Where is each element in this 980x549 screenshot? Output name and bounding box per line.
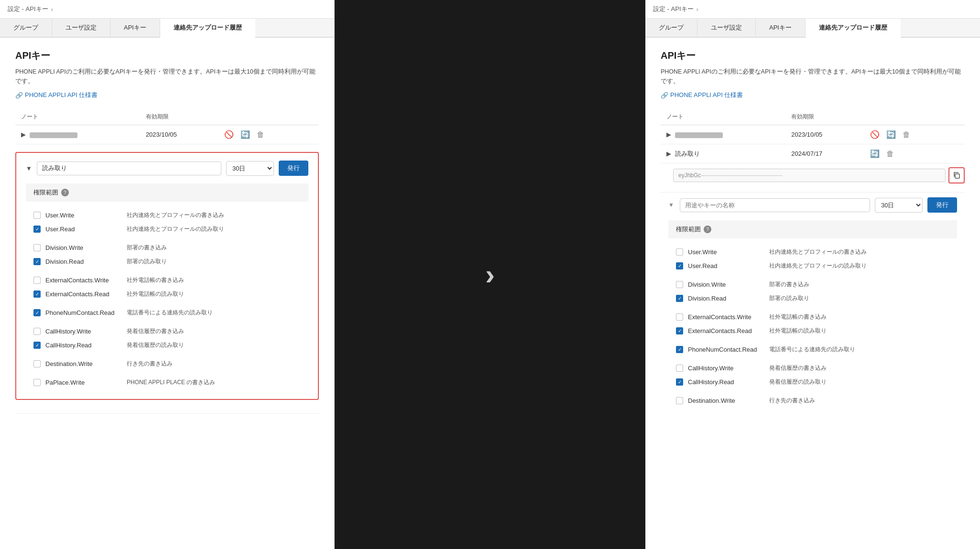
tab-user-settings-right[interactable]: ユーザ設定 xyxy=(697,19,756,37)
checkbox-user-read-left[interactable]: ✓ xyxy=(33,226,41,233)
api-spec-link-left[interactable]: 🔗 PHONE APPLI API 仕様書 xyxy=(15,91,319,99)
checkbox-destination-write-left[interactable] xyxy=(33,360,41,367)
table-row: ▶ 2023/10/05 🚫 🔄 🗑 xyxy=(661,125,965,144)
checkbox-ext-write-left[interactable] xyxy=(33,277,41,284)
list-item: ✓ Division.Read 部署の読み取り xyxy=(26,255,308,269)
refresh-icon-right-2[interactable]: 🔄 xyxy=(870,149,880,158)
tab-group-left[interactable]: グループ xyxy=(0,19,52,37)
api-key-input[interactable] xyxy=(673,169,946,182)
permission-list-right: User.Write 社内連絡先とプロフィールの書き込み ✓ User.Read… xyxy=(668,243,957,409)
list-item: ✓ ExternalContacts.Read 社外電話帳の読み取り xyxy=(668,324,957,338)
ban-icon-right-1[interactable]: 🚫 xyxy=(870,130,880,139)
tab-user-settings-left[interactable]: ユーザ設定 xyxy=(52,19,110,37)
checkbox-user-write-left[interactable] xyxy=(33,212,41,219)
list-item: ExternalContacts.Write 社外電話帳の書き込み xyxy=(26,273,308,287)
form-row-right: ▼ 30日 60日 90日 無期限 発行 xyxy=(668,197,957,213)
breadcrumb-right: 設定 - APIキー › xyxy=(645,0,980,19)
page-title-right: APIキー xyxy=(661,49,965,62)
tab-api-key-left[interactable]: APIキー xyxy=(110,19,160,37)
row-toggle-right-1[interactable]: ▶ xyxy=(666,131,671,138)
tabs-right: グループ ユーザ設定 APIキー 連絡先アップロード履歴 xyxy=(645,19,980,38)
checkbox-ext-read-right[interactable]: ✓ xyxy=(676,327,683,334)
checkbox-ext-read-left[interactable]: ✓ xyxy=(33,291,41,298)
page-title-left: APIキー xyxy=(15,49,319,62)
row-note-right-2: 読み取り xyxy=(675,150,700,157)
expiry-select-right[interactable]: 30日 60日 90日 無期限 xyxy=(875,198,923,213)
list-item: User.Write 社内連絡先とプロフィールの書き込み xyxy=(668,245,957,259)
row-toggle-right-2[interactable]: ▶ xyxy=(666,150,671,157)
checkbox-callhist-write-left[interactable] xyxy=(33,328,41,335)
scope-label-right: 権限範囲 xyxy=(676,225,701,234)
expiry-right-2: 2024/07/17 xyxy=(785,144,864,163)
right-panel: 設定 - APIキー › グループ ユーザ設定 APIキー 連絡先アップロード履… xyxy=(645,0,980,549)
checkbox-division-read-left[interactable]: ✓ xyxy=(33,258,41,265)
copy-button[interactable] xyxy=(948,167,965,183)
key-name-input-left[interactable] xyxy=(37,161,221,175)
blurred-note-left-1 xyxy=(30,132,77,138)
issue-button-right[interactable]: 発行 xyxy=(927,197,957,213)
list-item: ExternalContacts.Write 社外電話帳の書き込み xyxy=(668,310,957,324)
checkbox-division-write-right[interactable] xyxy=(676,281,683,288)
table-row: ▶ 2023/10/05 🚫 🔄 🗑 xyxy=(15,125,319,144)
checkbox-destination-write-right[interactable] xyxy=(676,397,683,404)
api-key-display-row xyxy=(661,163,965,193)
checkbox-ext-write-right[interactable] xyxy=(676,313,683,321)
expiry-left-1: 2023/10/05 xyxy=(140,125,218,144)
help-icon-left[interactable]: ? xyxy=(61,189,69,196)
key-name-input-right[interactable] xyxy=(680,198,870,212)
checkbox-phonenum-right[interactable]: ✓ xyxy=(676,346,683,353)
checkbox-user-write-right[interactable] xyxy=(676,248,683,256)
tab-api-key-right[interactable]: APIキー xyxy=(756,19,806,37)
checkbox-division-read-right[interactable]: ✓ xyxy=(676,295,683,302)
list-item: Division.Write 部署の書き込み xyxy=(668,278,957,291)
permission-list-left: User.Write 社内連絡先とプロフィールの書き込み ✓ User.Read… xyxy=(26,206,308,391)
blurred-note-right-1 xyxy=(675,132,723,138)
list-item: ✓ PhoneNumContact.Read 電話番号による連絡先の読み取り xyxy=(26,306,308,320)
row-toggle-left-1[interactable]: ▶ xyxy=(21,131,26,138)
refresh-icon-left-1[interactable]: 🔄 xyxy=(240,130,250,139)
expand-toggle-right[interactable]: ▼ xyxy=(668,202,675,208)
checkbox-callhist-read-right[interactable]: ✓ xyxy=(676,378,683,386)
breadcrumb-arrow-right: › xyxy=(697,6,698,13)
api-spec-link-right[interactable]: 🔗 PHONE APPLI API 仕様書 xyxy=(661,91,965,99)
tabs-left: グループ ユーザ設定 APIキー 連絡先アップロード履歴 xyxy=(0,19,334,38)
delete-icon-right-1[interactable]: 🗑 xyxy=(903,130,910,139)
scope-label-left: 権限範囲 xyxy=(33,188,58,197)
list-item: PaPlace.Write PHONE APPLI PLACE の書き込み xyxy=(26,376,308,389)
page-desc-right: PHONE APPLI APIのご利用に必要なAPIキーを発行・管理できます。A… xyxy=(661,67,965,86)
delete-icon-right-2[interactable]: 🗑 xyxy=(886,150,894,158)
issue-button-left[interactable]: 発行 xyxy=(279,161,308,176)
help-icon-right[interactable]: ? xyxy=(704,226,711,233)
ban-icon-left-1[interactable]: 🚫 xyxy=(224,130,234,139)
tab-upload-history-right[interactable]: 連絡先アップロード履歴 xyxy=(806,19,901,38)
checkbox-paplace-write-left[interactable] xyxy=(33,379,41,386)
external-link-icon-left: 🔗 xyxy=(15,92,23,99)
checkbox-callhist-read-left[interactable]: ✓ xyxy=(33,342,41,349)
scope-section-right: 権限範囲 ? xyxy=(668,220,957,238)
col-expiry-left: 有効期限 xyxy=(140,109,218,125)
expanded-row-left: ▼ 30日 60日 90日 無期限 発行 xyxy=(15,144,319,414)
expand-toggle-left[interactable]: ▼ xyxy=(26,165,32,172)
breadcrumb-arrow: › xyxy=(51,6,53,13)
api-table-right: ノート 有効期限 ▶ 2023/10/05 🚫 🔄 xyxy=(661,109,965,417)
svg-rect-0 xyxy=(955,174,959,178)
refresh-icon-right-1[interactable]: 🔄 xyxy=(886,130,896,139)
checkbox-division-write-left[interactable] xyxy=(33,244,41,251)
breadcrumb-left: 設定 - APIキー › xyxy=(0,0,334,19)
external-link-icon-right: 🔗 xyxy=(661,92,668,99)
checkbox-phonenum-left[interactable]: ✓ xyxy=(33,309,41,316)
left-panel: 設定 - APIキー › グループ ユーザ設定 APIキー 連絡先アップロード履… xyxy=(0,0,335,549)
col-note-right: ノート xyxy=(661,109,785,125)
chevron-right-icon: › xyxy=(485,258,495,291)
expiry-right-1: 2023/10/05 xyxy=(785,125,864,144)
delete-icon-left-1[interactable]: 🗑 xyxy=(257,130,264,139)
tab-group-right[interactable]: グループ xyxy=(645,19,697,37)
expiry-select-left[interactable]: 30日 60日 90日 無期限 xyxy=(226,161,274,176)
divider: › xyxy=(335,0,645,549)
checkbox-callhist-write-right[interactable] xyxy=(676,365,683,372)
checkbox-user-read-right[interactable]: ✓ xyxy=(676,262,683,269)
content-right: APIキー PHONE APPLI APIのご利用に必要なAPIキーを発行・管理… xyxy=(645,38,980,429)
list-item: User.Write 社内連絡先とプロフィールの書き込み xyxy=(26,208,308,222)
list-item: CallHistory.Write 発着信履歴の書き込み xyxy=(668,361,957,375)
tab-upload-history-left[interactable]: 連絡先アップロード履歴 xyxy=(160,19,255,38)
